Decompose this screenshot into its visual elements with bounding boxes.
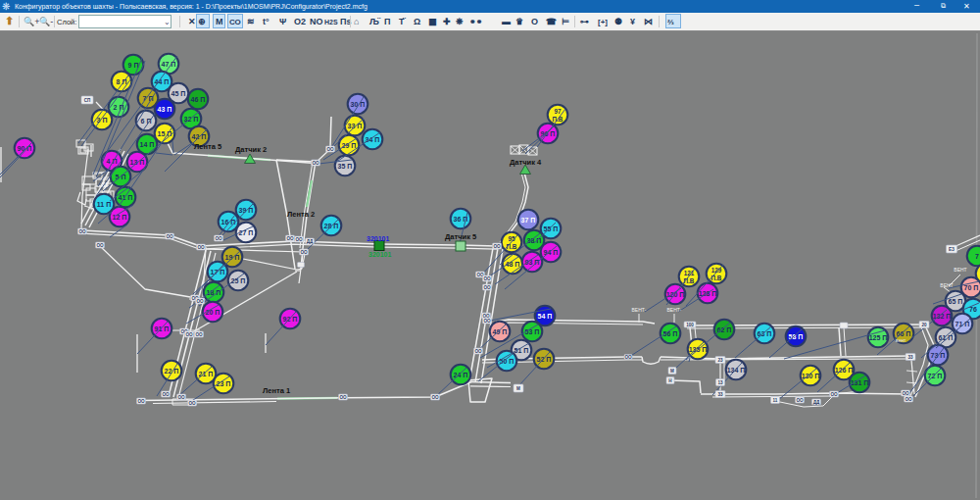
svg-text:ОО: ОО [624, 355, 632, 360]
svg-text:ДД: ДД [307, 239, 314, 244]
svg-text:ОО: ОО [830, 392, 838, 397]
svg-text:12 П: 12 П [113, 214, 127, 221]
svg-text:43 П: 43 П [158, 106, 172, 113]
svg-text:ОО: ОО [96, 243, 104, 248]
svg-text:ОО: ОО [483, 276, 491, 281]
svg-text:ОО: ОО [195, 332, 203, 337]
svg-text:14 П: 14 П [140, 141, 155, 148]
svg-text:13 П: 13 П [130, 159, 145, 166]
svg-text:45 П: 45 П [172, 90, 186, 97]
svg-text:70 П: 70 П [964, 284, 979, 291]
svg-text:49 П: 49 П [493, 328, 508, 335]
svg-text:97: 97 [554, 108, 562, 115]
svg-text:ЕЗ: ЕЗ [949, 247, 955, 252]
svg-text:63 П: 63 П [758, 330, 772, 337]
svg-text:Лента 2: Лента 2 [287, 210, 315, 219]
svg-text:Лента 5: Лента 5 [194, 142, 221, 151]
svg-text:7: 7 [975, 253, 979, 260]
svg-text:ВЕНТ-: ВЕНТ- [667, 307, 682, 313]
svg-text:39 П: 39 П [239, 207, 254, 214]
svg-text:ОО: ОО [295, 237, 303, 242]
svg-text:121: 121 [684, 270, 695, 276]
svg-text:19 П: 19 П [225, 254, 240, 261]
svg-text:ОО: ОО [483, 285, 491, 290]
svg-text:11: 11 [773, 398, 778, 403]
svg-text:ОО: ОО [905, 397, 912, 402]
svg-text:Датчик 4: Датчик 4 [510, 158, 542, 167]
svg-text:320101: 320101 [368, 251, 391, 258]
svg-text:М: М [516, 386, 520, 391]
svg-text:11 П: 11 П [97, 201, 111, 208]
svg-text:33 П: 33 П [348, 123, 363, 129]
svg-text:ОО: ОО [177, 395, 185, 400]
svg-text:П.В: П.В [711, 275, 722, 281]
svg-text:65 П: 65 П [949, 298, 963, 305]
svg-text:32 П: 32 П [184, 116, 199, 123]
svg-text:27 П: 27 П [239, 229, 254, 236]
svg-text:54 П: 54 П [538, 313, 553, 320]
svg-text:125 П: 125 П [869, 334, 888, 341]
svg-text:ВЕНТ: ВЕНТ [940, 282, 953, 288]
svg-text:ОО: ОО [185, 332, 193, 337]
svg-text:ВЕНТ-: ВЕНТ- [632, 307, 647, 313]
svg-text:41 П: 41 П [119, 194, 133, 201]
svg-text:55 П: 55 П [544, 225, 559, 232]
svg-text:20 П: 20 П [206, 309, 220, 316]
svg-text:46 П: 46 П [191, 96, 206, 103]
svg-text:ОО: ОО [188, 401, 196, 406]
svg-text:ОО: ОО [312, 161, 319, 166]
svg-text:ОО: ОО [796, 398, 804, 403]
svg-text:33: 33 [717, 392, 723, 397]
svg-text:ОО: ОО [78, 229, 86, 234]
svg-text:ОО: ОО [197, 245, 205, 250]
svg-text:М: М [670, 369, 674, 374]
svg-text:100: 100 [686, 323, 694, 327]
svg-text:ОО: ОО [431, 395, 439, 400]
svg-text:53 П: 53 П [525, 328, 540, 335]
svg-text:ОО: ОО [300, 250, 308, 255]
svg-text:вент: вент [896, 337, 906, 343]
svg-text:ВЕНТ: ВЕНТ [954, 267, 966, 273]
svg-text:ОО: ОО [474, 349, 482, 354]
svg-text:ОО: ОО [166, 234, 173, 239]
svg-text:ОО: ОО [339, 395, 347, 400]
svg-text:ОО: ОО [162, 392, 170, 397]
svg-text:ОО: ОО [902, 391, 909, 396]
svg-text:24 П: 24 П [454, 372, 468, 378]
svg-text:91 П: 91 П [155, 325, 170, 332]
svg-text:23: 23 [717, 358, 723, 363]
svg-text:ОО: ОО [215, 236, 222, 241]
svg-text:Датчик 2: Датчик 2 [235, 145, 267, 154]
svg-text:72 П: 72 П [928, 373, 943, 379]
svg-text:ОО: ОО [196, 299, 204, 304]
svg-text:ОО: ОО [286, 236, 294, 241]
svg-text:ОО: ОО [493, 244, 501, 249]
svg-text:13: 13 [717, 380, 723, 385]
svg-text:ОО: ОО [326, 147, 334, 152]
svg-text:ОО: ОО [137, 399, 145, 404]
svg-text:35 П: 35 П [338, 163, 353, 170]
svg-text:33: 33 [907, 355, 913, 360]
svg-text:320101: 320101 [367, 235, 389, 242]
svg-text:9 П: 9 П [128, 62, 139, 69]
svg-text:Датчик 5: Датчик 5 [445, 232, 476, 241]
svg-text:Лента 1: Лента 1 [263, 386, 290, 395]
svg-text:СП: СП [84, 98, 91, 103]
svg-text:20: 20 [921, 323, 927, 327]
svg-text:ДД: ДД [813, 400, 820, 405]
svg-text:ОО: ОО [483, 319, 491, 324]
svg-text:37 П: 37 П [521, 217, 536, 224]
